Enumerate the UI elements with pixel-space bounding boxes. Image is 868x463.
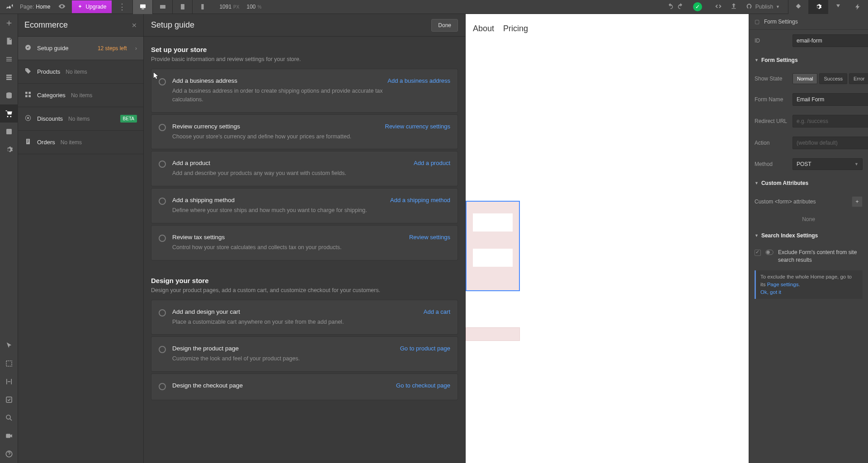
section-search-index[interactable]: ▼ Search Index Settings: [749, 227, 868, 244]
sidebar-item-categories[interactable]: Categories No items: [18, 84, 143, 107]
method-select[interactable]: POST ▼: [793, 158, 863, 170]
rail-database[interactable]: [0, 86, 18, 104]
form-field[interactable]: [473, 213, 513, 232]
rail-add[interactable]: [0, 14, 18, 32]
sidebar-item-label: Products: [37, 68, 60, 75]
canvas-block[interactable]: [466, 327, 520, 341]
tab-style-manager[interactable]: [828, 0, 848, 14]
task-title: Review currency settings: [172, 123, 240, 130]
form-field[interactable]: [473, 249, 513, 267]
state-success[interactable]: Success: [819, 73, 847, 84]
task-title: Design the product page: [172, 345, 239, 352]
publish-button[interactable]: Publish ▼: [745, 3, 780, 10]
task-description: Add and describe your products any way y…: [172, 169, 389, 178]
rail-assets[interactable]: [0, 123, 18, 141]
task-description: Customize the look and feel of your prod…: [172, 354, 389, 363]
rocket-icon: [745, 3, 753, 10]
setup-task[interactable]: Design the checkout pageGo to checkout p…: [151, 373, 458, 400]
redirect-input[interactable]: [793, 115, 868, 128]
export-icon[interactable]: [730, 3, 737, 11]
rail-cursor-icon[interactable]: [0, 336, 18, 354]
sidebar-item-setup-guide[interactable]: Setup guide 12 steps left ›: [18, 37, 143, 60]
task-action-link[interactable]: Add a business address: [387, 77, 450, 84]
state-error[interactable]: Error: [849, 73, 868, 84]
rail-cms[interactable]: [0, 68, 18, 86]
form-name-input[interactable]: [793, 93, 868, 106]
task-action-link[interactable]: Go to product page: [400, 345, 450, 352]
device-tablet-landscape[interactable]: [152, 0, 172, 14]
redirect-label: Redirect URL: [755, 118, 788, 124]
nav-link[interactable]: About: [473, 24, 494, 33]
design-canvas[interactable]: About Pricing: [466, 14, 749, 463]
task-action-link[interactable]: Review settings: [409, 234, 450, 241]
redo-icon[interactable]: [677, 3, 684, 11]
svg-point-10: [6, 415, 10, 419]
sidebar-item-discounts[interactable]: Discounts No items BETA: [18, 107, 143, 131]
svg-point-17: [766, 250, 770, 254]
state-normal[interactable]: Normal: [793, 73, 817, 84]
code-icon[interactable]: [715, 3, 722, 11]
webflow-logo[interactable]: [0, 0, 18, 14]
status-check-icon[interactable]: ✓: [693, 2, 702, 11]
zoom-level[interactable]: 100: [246, 4, 255, 10]
section-custom-attributes[interactable]: ▼ Custom Attributes: [749, 175, 868, 192]
preview-icon[interactable]: [58, 3, 66, 11]
form-element-selected[interactable]: [466, 201, 520, 291]
id-input[interactable]: [793, 34, 868, 47]
setup-task[interactable]: Design the product pageGo to product pag…: [151, 336, 458, 372]
svg-point-7: [7, 130, 9, 131]
rail-search-icon[interactable]: [0, 409, 18, 427]
action-input[interactable]: [793, 137, 868, 149]
undo-icon[interactable]: [667, 3, 674, 11]
setup-task[interactable]: Review tax settingsReview settingsContro…: [151, 225, 458, 260]
exclude-checkbox[interactable]: [755, 250, 761, 256]
rail-settings[interactable]: [0, 141, 18, 159]
rail-spacing-icon[interactable]: [0, 373, 18, 391]
svg-rect-9: [6, 397, 12, 402]
rail-ecommerce[interactable]: [0, 104, 18, 123]
setup-task[interactable]: Add and design your cartAdd a cartPlace …: [151, 300, 458, 335]
beta-badge: BETA: [120, 115, 137, 123]
task-action-link[interactable]: Add a shipping method: [390, 197, 450, 203]
tip-message: To exclude the whole Home page, go to it…: [755, 270, 863, 299]
device-desktop[interactable]: [132, 0, 152, 14]
upgrade-button[interactable]: Upgrade: [72, 0, 112, 13]
device-mobile[interactable]: [192, 0, 212, 14]
breadcrumb[interactable]: Form Settings: [764, 19, 798, 25]
receipt-icon: [24, 138, 32, 146]
rail-help-icon[interactable]: [0, 445, 18, 463]
task-action-link[interactable]: Go to checkout page: [396, 382, 450, 389]
sidebar-item-orders[interactable]: Orders No items: [18, 131, 143, 154]
setup-task[interactable]: Add a shipping methodAdd a shipping meth…: [151, 188, 458, 223]
task-description: Control how your store calculates and co…: [172, 243, 389, 252]
task-action-link[interactable]: Add a cart: [424, 308, 450, 315]
setup-task[interactable]: Review currency settingsReview currency …: [151, 114, 458, 150]
ok-got-it-link[interactable]: Ok, got it: [760, 289, 781, 295]
tab-settings[interactable]: [808, 0, 828, 14]
kebab-menu-icon[interactable]: ⋮: [112, 2, 132, 12]
id-label: ID: [755, 38, 788, 44]
chevron-down-icon: ▼: [776, 5, 780, 9]
rail-video-icon[interactable]: [0, 427, 18, 445]
section-form-settings[interactable]: ▼ Form Settings: [749, 52, 868, 69]
rail-pages[interactable]: [0, 32, 18, 50]
device-tablet-portrait[interactable]: [172, 0, 192, 14]
rail-bounding-icon[interactable]: [0, 354, 18, 373]
task-action-link[interactable]: Review currency settings: [385, 123, 451, 130]
rail-audit-icon[interactable]: [0, 391, 18, 409]
tab-style[interactable]: [788, 0, 808, 14]
task-description: Choose your store's currency and define …: [172, 132, 389, 141]
page-settings-link[interactable]: Page settings: [767, 282, 799, 287]
page-name[interactable]: Home: [36, 4, 50, 10]
done-button[interactable]: Done: [431, 19, 458, 32]
setup-task[interactable]: Add a business addressAdd a business add…: [151, 69, 458, 113]
tab-interactions[interactable]: [848, 0, 868, 14]
nav-link[interactable]: Pricing: [503, 24, 528, 33]
add-attribute-button[interactable]: +: [852, 196, 863, 207]
task-action-link[interactable]: Add a product: [414, 160, 450, 166]
sidebar-item-products[interactable]: Products No items: [18, 60, 143, 84]
close-icon[interactable]: ✕: [132, 22, 137, 29]
rail-navigator[interactable]: [0, 50, 18, 68]
setup-task[interactable]: Add a productAdd a productAdd and descri…: [151, 151, 458, 186]
canvas-width[interactable]: 1091: [219, 4, 231, 10]
